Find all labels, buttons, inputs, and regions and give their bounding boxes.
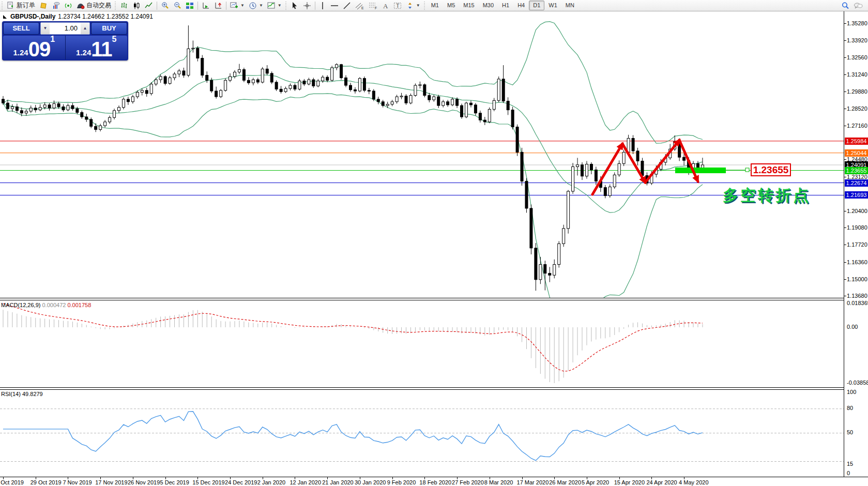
date-label: 24 Dec 2019 [225, 479, 257, 485]
fibonacci-icon: F [369, 2, 378, 10]
sell-price-big: 09 [28, 40, 51, 58]
arrows-icon [406, 2, 414, 10]
cursor-tool-button[interactable] [288, 1, 301, 11]
indicator-axis-tick: 100 [847, 389, 856, 395]
timeframe-button-m1[interactable]: M1 [427, 1, 443, 10]
timeframe-button-h1[interactable]: H1 [498, 1, 513, 10]
price-tick: 1.20400 [847, 208, 867, 214]
crosshair-tool-button[interactable] [301, 1, 313, 11]
sell-button[interactable]: SELL [3, 22, 39, 35]
support-zone-bar[interactable] [675, 168, 726, 173]
chat-bubbles-icon [854, 2, 863, 10]
ohlc-values: 1.23734 1.24662 1.23552 1.24091 [58, 13, 153, 20]
rsi-pane-canvas[interactable] [0, 390, 844, 476]
volume-stepper[interactable]: ▼ 1.00 ▲ [40, 22, 90, 35]
svg-text:T: T [396, 3, 400, 9]
new-order-button[interactable]: 新订单 [5, 1, 37, 11]
tile-windows-button[interactable] [184, 1, 196, 11]
timeframe-bar: M1M5M15M30H1H4D1W1MN [427, 1, 578, 10]
macd-histogram [3, 310, 703, 383]
date-label: 15 Dec 2019 [192, 479, 224, 485]
zigzag-arrow[interactable] [645, 140, 679, 183]
indicators-button[interactable]: ▼ [265, 1, 284, 11]
timeframe-button-m30[interactable]: M30 [479, 1, 498, 10]
trendline-tool-button[interactable] [341, 1, 353, 11]
zigzag-arrow[interactable] [679, 140, 698, 181]
text-label-tool-button[interactable]: T [391, 1, 404, 11]
rsi-value: 49.8279 [22, 391, 43, 397]
date-label: 17 Nov 2019 [95, 479, 127, 485]
marketplace-button[interactable] [37, 1, 50, 11]
text-tool-button[interactable]: A [380, 1, 391, 11]
timeframe-button-w1[interactable]: W1 [544, 1, 561, 10]
price-tick: 1.19080 [847, 224, 867, 231]
indicator-axis-tick: -0.038585 [847, 379, 868, 386]
timeframe-button-m15[interactable]: M15 [459, 1, 478, 10]
date-label: 8 Mar 2020 [484, 479, 513, 485]
price-tick: 1.17720 [847, 241, 867, 248]
vertical-line-tool-button[interactable] [317, 1, 328, 11]
buy-button[interactable]: BUY [91, 22, 127, 35]
volume-value[interactable]: 1.00 [50, 23, 81, 34]
bollinger-lower [3, 94, 703, 298]
signals-button[interactable] [62, 1, 74, 11]
date-label: 20 Oct 2019 [0, 479, 24, 485]
price-level-label: 1.22674 [845, 179, 868, 187]
search-button[interactable] [839, 1, 851, 11]
equidistant-channel-tool-button[interactable]: E [353, 1, 367, 11]
volume-increase-button[interactable]: ▲ [81, 23, 89, 34]
macd-pane-canvas[interactable] [0, 300, 844, 387]
svg-text:F: F [375, 6, 377, 10]
price-tick: 1.16360 [847, 259, 867, 265]
candlestick-chart-type-button[interactable] [130, 1, 143, 11]
bar-chart-type-button[interactable] [118, 1, 130, 11]
tile-windows-icon [186, 2, 194, 10]
candlestick-icon [132, 2, 141, 10]
date-axis[interactable]: 20 Oct 201929 Oct 20197 Nov 201917 Nov 2… [0, 477, 868, 486]
auto-scroll-button[interactable] [200, 1, 212, 11]
price-level-label: 1.21693 [845, 191, 868, 199]
date-label: 30 Jan 2020 [355, 479, 386, 485]
indicator-axis-tick: 80 [847, 405, 853, 411]
line-chart-icon [145, 2, 153, 10]
price-level-label: 1.25984 [845, 138, 868, 145]
pane-splitter[interactable] [0, 298, 868, 300]
buy-price[interactable]: 1.24 11 5 [66, 36, 128, 59]
timeframe-button-h4[interactable]: H4 [513, 1, 529, 10]
chevron-down-icon: ▼ [416, 3, 420, 8]
indicators-icon [267, 2, 276, 10]
zoom-out-button[interactable] [171, 1, 184, 11]
price-tick: 1.31240 [847, 71, 867, 78]
autotrading-button[interactable]: 自动交易 [74, 1, 113, 11]
line-handle[interactable] [745, 168, 749, 172]
new-chart-button[interactable]: ▼ [228, 1, 247, 11]
timeframe-button-d1[interactable]: D1 [529, 1, 544, 10]
line-chart-type-button[interactable] [143, 1, 155, 11]
toolbar-grip[interactable] [285, 2, 287, 10]
turning-point-annotation[interactable]: 多空转折点 [723, 185, 811, 206]
toolbar-grip[interactable] [423, 2, 426, 10]
chat-button[interactable] [851, 1, 865, 11]
price-tick: 1.13680 [847, 293, 867, 299]
fibonacci-tool-button[interactable]: F [367, 1, 380, 11]
toolbar-grip[interactable] [1, 2, 4, 10]
timeframe-button-m5[interactable]: M5 [443, 1, 459, 10]
horizontal-line-tool-button[interactable] [328, 1, 341, 11]
toolbar-grip[interactable] [114, 2, 117, 10]
price-tag-annotation[interactable]: 1.23655 [751, 163, 791, 176]
chart-shift-button[interactable] [212, 1, 224, 11]
vertical-line-icon [319, 2, 326, 10]
charts-cloud-button[interactable] [50, 1, 62, 11]
arrows-tool-button[interactable]: ▼ [404, 1, 422, 11]
buy-price-sup: 5 [112, 36, 117, 43]
timeframe-button-mn[interactable]: MN [561, 1, 578, 10]
text-label-icon: T [393, 2, 402, 10]
price-tick: 1.15000 [847, 276, 867, 282]
profiles-button[interactable]: ▼ [247, 1, 265, 11]
volume-decrease-button[interactable]: ▼ [41, 23, 50, 34]
price-axis[interactable]: 1.352801.339201.325601.312401.298801.285… [844, 11, 868, 477]
price-level-label: 1.25044 [845, 149, 868, 157]
sell-price[interactable]: 1.24 09 1 [3, 36, 66, 59]
pane-splitter[interactable] [0, 387, 868, 390]
zoom-in-button[interactable] [159, 1, 171, 11]
